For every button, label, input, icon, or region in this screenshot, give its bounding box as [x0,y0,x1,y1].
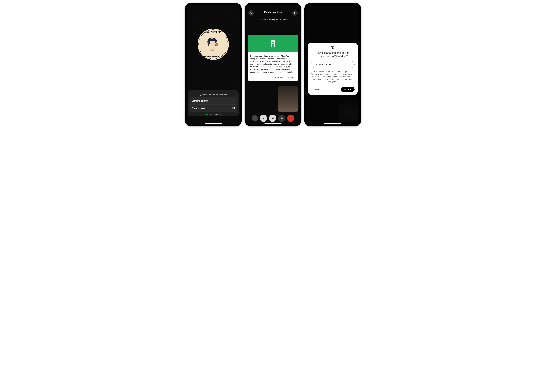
svg-rect-25 [263,118,264,119]
share-screen-label: Compartir pantalla [192,100,208,102]
screen-share-dialog: El uso compartido de la pantalla en What… [248,35,298,81]
call-timer: 1:21 [264,13,282,15]
app-scope-label: Una sola aplicación [313,63,331,66]
phone-frame-2: 16:23 Marifer Martínez [245,3,301,126]
svg-point-22 [254,118,254,119]
svg-rect-9 [217,46,217,48]
app-scope-selector[interactable]: Una sola aplicación [311,61,355,68]
avatar-top-text: YES I'M PRETTY [198,31,229,33]
more-options-button[interactable] [252,115,258,121]
add-participant-button[interactable] [292,10,298,16]
camera-toggle-button[interactable] [260,115,267,122]
dialog-cancel-button[interactable]: Cancelar [275,76,283,78]
dialog-continue-button[interactable]: Continuar [286,76,295,78]
svg-rect-12 [200,95,201,95]
self-preview[interactable] [278,86,298,112]
camera-hole [332,6,333,8]
minimize-button[interactable] [248,10,254,16]
mic-off-icon [280,117,283,120]
speaker-button[interactable] [269,115,276,122]
lock-icon [200,94,202,96]
end-call-button[interactable] [287,115,294,122]
phone-frame-1: 16:23 YES I'M PRETTY [185,3,242,126]
mic-toggle-button[interactable] [278,115,285,122]
camera-icon [262,117,265,120]
send-message-item[interactable]: Enviar mensaje [189,104,237,112]
encryption-header: Cifrado de extremo a extremo [188,94,239,97]
svg-point-23 [255,118,255,119]
avatar-bottom-text: PRETTY TIRED OF THIS BULLSHIT [198,56,229,57]
share-screen-item[interactable]: Compartir pantalla [189,97,237,104]
cast-title: ¿Empezar a grabar o enviar contenido con… [311,49,355,58]
cast-icon [331,46,335,49]
camera-hole [213,6,214,8]
svg-point-6 [211,43,212,43]
phone-frame-3: 16:23 [304,3,361,126]
svg-point-11 [207,42,208,44]
add-person-icon [294,12,296,14]
message-icon [232,107,235,109]
nav-bar[interactable] [265,123,281,124]
nav-bar[interactable] [324,123,341,124]
mic-muted-label: El micrófono de Marifer está silenciado. [246,17,300,22]
collapse-icon [250,12,252,14]
speaker-icon [271,117,274,120]
signal-bars-icon [206,114,208,115]
call-controls [246,115,300,122]
connection-status: Buena conexión [188,112,239,116]
svg-point-20 [294,12,295,13]
svg-point-24 [255,118,256,119]
svg-rect-14 [233,107,235,109]
camera-hole [272,6,274,8]
cast-permission-sheet: ¿Empezar a grabar o enviar contenido con… [308,43,358,95]
dialog-body: El uso compartido de la pantalla en What… [248,52,298,75]
send-message-label: Enviar mensaje [192,107,205,109]
cast-body-text: Cuando compartes, grabas o envías una ap… [311,68,355,83]
sheet-handle[interactable] [211,92,215,92]
svg-point-8 [215,44,218,46]
avatar-illustration [203,36,224,53]
svg-point-7 [213,43,214,43]
cast-start-button[interactable]: Empezar [341,87,355,92]
contact-avatar: YES I'M PRETTY [198,29,229,60]
screen-share-icon [232,100,235,102]
caller-name: Marifer Martínez [264,11,282,13]
nav-bar[interactable] [205,123,222,124]
self-preview[interactable] [339,97,358,122]
phone-share-icon [270,40,276,47]
dialog-body-text: Para compartir tu pantalla, WhatsApp nec… [250,58,294,73]
call-options-sheet: Cifrado de extremo a extremo Compartir p… [188,90,239,116]
cast-cancel-button[interactable]: Cancelar [311,87,324,92]
ellipsis-icon [254,118,256,119]
chevron-down-icon [350,64,352,65]
hangup-icon [289,117,292,119]
